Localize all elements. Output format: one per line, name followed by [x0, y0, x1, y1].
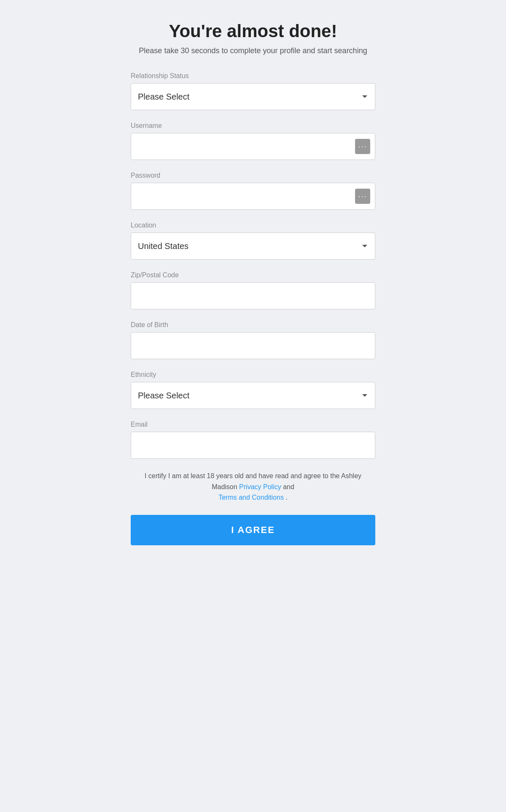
email-label: Email: [131, 421, 375, 428]
username-dots-icon[interactable]: ···: [355, 139, 370, 154]
page-title: You're almost done!: [169, 21, 337, 41]
privacy-policy-link[interactable]: Privacy Policy: [239, 483, 281, 490]
relationship-status-label: Relationship Status: [131, 72, 375, 80]
password-label: Password: [131, 172, 375, 179]
certification-text: I certify I am at least 18 years old and…: [131, 471, 375, 503]
zip-code-input[interactable]: [131, 282, 375, 309]
dob-label: Date of Birth: [131, 321, 375, 329]
email-input[interactable]: [131, 432, 375, 459]
password-group: Password ···: [131, 172, 375, 210]
terms-link[interactable]: Terms and Conditions: [218, 494, 284, 501]
zip-code-group: Zip/Postal Code: [131, 271, 375, 309]
location-select[interactable]: United States Canada United Kingdom Aust…: [131, 233, 375, 260]
agree-button[interactable]: I AGREE: [131, 515, 375, 545]
cert-text-between: and: [283, 483, 294, 490]
ethnicity-label: Ethnicity: [131, 371, 375, 379]
relationship-status-group: Relationship Status Please Select Single…: [131, 72, 375, 110]
page-container: You're almost done! Please take 30 secon…: [72, 17, 434, 787]
dob-group: Date of Birth: [131, 321, 375, 359]
page-subtitle: Please take 30 seconds to complete your …: [139, 46, 367, 55]
dob-input[interactable]: [131, 332, 375, 359]
location-label: Location: [131, 222, 375, 229]
username-label: Username: [131, 122, 375, 130]
username-input-wrapper: ···: [131, 133, 375, 160]
zip-code-label: Zip/Postal Code: [131, 271, 375, 279]
password-dots-icon[interactable]: ···: [355, 189, 370, 204]
password-input[interactable]: [131, 183, 375, 210]
username-input[interactable]: [131, 133, 375, 160]
password-input-wrapper: ···: [131, 183, 375, 210]
ethnicity-select[interactable]: Please Select Asian Black / African Desc…: [131, 382, 375, 409]
relationship-status-select[interactable]: Please Select Single Married In a Relati…: [131, 83, 375, 110]
location-group: Location United States Canada United Kin…: [131, 222, 375, 260]
username-group: Username ···: [131, 122, 375, 160]
cert-text-after: .: [285, 494, 287, 501]
ethnicity-group: Ethnicity Please Select Asian Black / Af…: [131, 371, 375, 409]
email-group: Email: [131, 421, 375, 459]
form-container: Relationship Status Please Select Single…: [131, 72, 375, 545]
